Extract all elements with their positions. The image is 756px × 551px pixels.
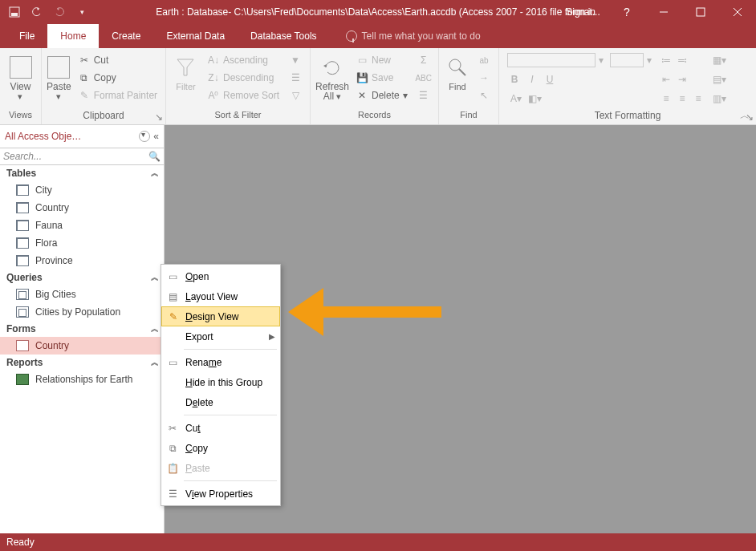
ribbon-group-label: Find: [439, 110, 498, 124]
collapse-icon[interactable]: ︽: [151, 323, 159, 334]
decrease-indent-button[interactable]: ⇤: [660, 73, 673, 86]
replace-button[interactable]: ab: [474, 51, 494, 69]
nav-item-query[interactable]: Cities by Population: [0, 303, 164, 321]
advanced-filter-button[interactable]: ☰: [286, 69, 305, 87]
form-icon: [16, 340, 29, 351]
nav-group-reports[interactable]: Reports︽: [0, 355, 164, 371]
toggle-filter-button[interactable]: ▽: [286, 87, 305, 104]
tab-database-tools[interactable]: Database Tools: [238, 24, 330, 48]
ctx-hide[interactable]: Hide in this Group: [161, 372, 280, 392]
bullets-button[interactable]: ≔: [660, 54, 673, 67]
cut-button[interactable]: ✂Cut: [75, 51, 161, 69]
align-right-button[interactable]: ≡: [692, 92, 705, 105]
nav-item-table[interactable]: Fauna: [0, 217, 164, 234]
selection-filter-button[interactable]: ▼: [286, 51, 305, 69]
ctx-delete[interactable]: Delete: [161, 392, 280, 412]
nav-category-dropdown-icon[interactable]: [139, 131, 150, 142]
format-painter-button[interactable]: ✎Format Painter: [75, 87, 161, 104]
tab-external-data[interactable]: External Data: [153, 24, 238, 48]
table-icon: [16, 237, 29, 249]
svg-point-6: [449, 59, 461, 71]
ctx-view-properties[interactable]: ☰View Properties: [161, 484, 280, 504]
copy-button[interactable]: ⧉Copy: [75, 69, 161, 87]
fill-color-button[interactable]: ◧▾: [528, 92, 541, 105]
view-button[interactable]: View▾: [5, 51, 36, 101]
tab-create[interactable]: Create: [99, 24, 153, 48]
help-button[interactable]: ?: [608, 0, 645, 24]
ascending-button[interactable]: A↓Ascending: [204, 51, 282, 69]
spelling-button[interactable]: ABC: [414, 69, 433, 87]
more-records-button[interactable]: ☰: [414, 87, 433, 104]
goto-button[interactable]: →: [474, 69, 494, 87]
nav-group-forms[interactable]: Forms︽: [0, 321, 164, 337]
filter-button[interactable]: Filter: [171, 51, 201, 91]
delete-record-button[interactable]: ✕Delete ▾: [352, 87, 411, 104]
new-record-button[interactable]: ▭New: [352, 51, 411, 69]
ctx-cut[interactable]: ✂Cut: [161, 418, 280, 438]
nav-item-form[interactable]: Country: [0, 337, 164, 355]
align-left-button[interactable]: ≡: [660, 92, 673, 105]
nav-item-report[interactable]: Relationships for Earth: [0, 371, 164, 388]
underline-button[interactable]: U: [543, 74, 557, 85]
ctx-layout-view[interactable]: ▤Layout View: [161, 286, 280, 306]
paste-button[interactable]: Paste▾: [47, 51, 71, 101]
save-record-button[interactable]: 💾Save: [352, 69, 411, 87]
sort-desc-icon: Z↓: [207, 71, 220, 84]
ctx-copy[interactable]: ⧉Copy: [161, 438, 280, 458]
font-color-button[interactable]: A▾: [507, 93, 525, 104]
tab-home[interactable]: Home: [47, 24, 99, 48]
remove-sort-button[interactable]: A⁰Remove Sort: [204, 87, 282, 104]
increase-indent-button[interactable]: ⇥: [676, 73, 689, 86]
close-button[interactable]: [719, 0, 756, 24]
nav-item-table[interactable]: Country: [0, 199, 164, 217]
select-button[interactable]: ↖: [474, 87, 494, 104]
nav-item-query[interactable]: Big Cities: [0, 286, 164, 303]
table-icon: [16, 255, 29, 266]
align-center-button[interactable]: ≡: [676, 92, 689, 105]
gridlines-button[interactable]: ▦▾: [713, 54, 726, 67]
ctx-design-view[interactable]: ✎Design View: [161, 306, 280, 326]
undo-icon[interactable]: [27, 2, 47, 22]
find-button[interactable]: Find: [444, 51, 471, 91]
svg-rect-1: [11, 13, 18, 16]
ribbon-group-views: View▾ Views: [0, 48, 42, 124]
nav-item-table[interactable]: Flora: [0, 234, 164, 252]
shutter-bar-icon[interactable]: «: [153, 131, 159, 142]
nav-group-queries[interactable]: Queries︽: [0, 269, 164, 286]
ctx-export[interactable]: Export▶: [161, 326, 280, 346]
collapse-icon[interactable]: ︽: [151, 272, 159, 283]
bold-button[interactable]: B: [507, 74, 522, 85]
alt-row-color-button[interactable]: ▤▾: [713, 73, 726, 86]
italic-button[interactable]: I: [525, 74, 539, 85]
nav-item-table[interactable]: City: [0, 181, 164, 199]
svg-rect-3: [697, 8, 705, 16]
collapse-ribbon-button[interactable]: ︿: [740, 109, 750, 123]
nav-pane-header[interactable]: All Access Obje… «: [0, 125, 164, 148]
numbering-button[interactable]: ≕: [676, 54, 689, 67]
search-icon[interactable]: 🔍: [148, 151, 161, 162]
nav-group-tables[interactable]: Tables︽: [0, 165, 164, 181]
sign-in-link[interactable]: Sign in: [553, 0, 608, 24]
open-icon: ▭: [166, 270, 179, 283]
redo-icon[interactable]: [50, 2, 69, 22]
minimize-button[interactable]: [645, 0, 682, 24]
status-bar: Ready: [0, 533, 756, 551]
maximize-button[interactable]: [682, 0, 719, 24]
nav-item-table[interactable]: Province: [0, 252, 164, 269]
dialog-launcher-icon[interactable]: ↘: [155, 111, 163, 120]
collapse-icon[interactable]: ︽: [151, 357, 159, 368]
tell-me-search[interactable]: Tell me what you want to do: [346, 24, 481, 48]
totals-button[interactable]: Σ: [414, 51, 433, 69]
descending-button[interactable]: Z↓Descending: [204, 69, 282, 87]
tab-file[interactable]: File: [6, 24, 47, 48]
qat-customize-icon[interactable]: ▾: [72, 2, 91, 22]
font-name-combo[interactable]: ▾▾: [504, 51, 655, 69]
nav-search-input[interactable]: Search... 🔍: [0, 148, 164, 165]
refresh-all-button[interactable]: Refresh All ▾: [315, 51, 349, 101]
collapse-icon[interactable]: ︽: [151, 168, 159, 179]
save-icon[interactable]: [5, 2, 24, 22]
datasheet-format-button[interactable]: ▥▾: [713, 92, 726, 105]
ctx-rename[interactable]: ▭Rename: [161, 352, 280, 372]
title-bar: ▾ Earth : Database- C:\Users\Fred\Docume…: [0, 0, 756, 24]
ctx-open[interactable]: ▭Open: [161, 266, 280, 286]
